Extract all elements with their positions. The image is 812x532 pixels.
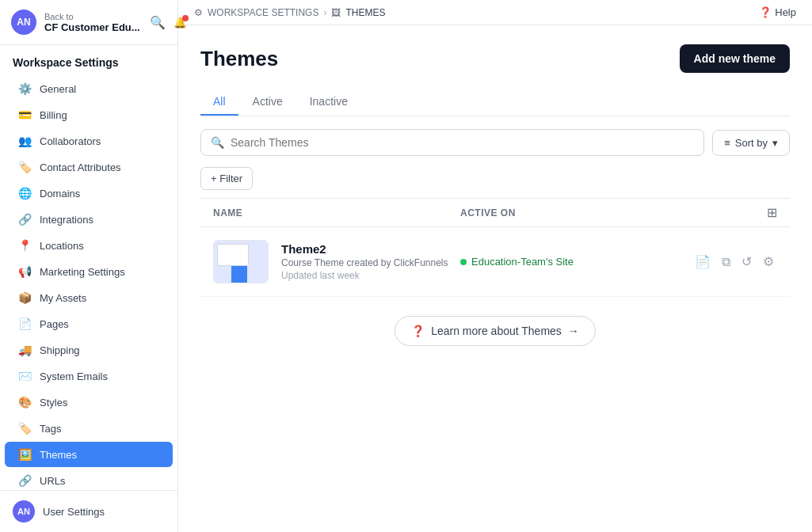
main: ⚙ WORKSPACE SETTINGS › 🖼 THEMES ❓ Help T… — [178, 0, 812, 532]
breadcrumb-themes: THEMES — [345, 7, 385, 18]
sidebar-item-label: Locations — [40, 240, 84, 252]
help-button[interactable]: ❓ Help — [759, 6, 796, 18]
sidebar-item-shipping[interactable]: 🚚 Shipping — [5, 337, 173, 363]
sidebar-item-pages[interactable]: 📄 Pages — [5, 311, 173, 336]
page-header: Themes Add new theme — [200, 44, 790, 73]
sort-icon: ≡ — [724, 137, 730, 149]
thumb-screen — [217, 244, 249, 266]
sidebar: AN Back to CF Customer Edu... 🔍 🔔 Worksp… — [0, 0, 178, 532]
filter-button[interactable]: + Filter — [200, 167, 253, 190]
sidebar-nav: ⚙️ General 💳 Billing 👥 Collaborators 🏷️ … — [0, 75, 177, 490]
tab-all[interactable]: All — [200, 89, 238, 116]
page-title: Themes — [200, 47, 278, 71]
sidebar-item-contact-attributes[interactable]: 🏷️ Contact Attributes — [5, 154, 173, 180]
sort-button[interactable]: ≡ Sort by ▾ — [712, 130, 790, 156]
sidebar-item-label: My Assets — [40, 292, 86, 304]
notification-dot — [182, 15, 189, 21]
tabs: All Active Inactive — [200, 89, 790, 116]
col-active-header: Active on — [460, 207, 682, 218]
search-input[interactable] — [231, 136, 694, 149]
sidebar-item-system-emails[interactable]: ✉️ System Emails — [5, 363, 173, 389]
back-label: Back to — [44, 12, 140, 21]
sidebar-item-my-assets[interactable]: 📦 My Assets — [5, 285, 173, 310]
sidebar-item-marketing-settings[interactable]: 📢 Marketing Settings — [5, 259, 173, 284]
search-button[interactable]: 🔍 — [148, 13, 167, 32]
assets-icon: 📦 — [17, 291, 32, 304]
sidebar-item-integrations[interactable]: 🔗 Integrations — [5, 207, 173, 232]
sidebar-item-tags[interactable]: 🏷️ Tags — [5, 416, 173, 441]
sidebar-item-label: Tags — [40, 423, 61, 435]
sidebar-item-label: System Emails — [40, 370, 108, 382]
sort-label: Sort by — [735, 137, 768, 149]
theme-thumbnail — [213, 240, 269, 283]
sidebar-item-label: URLs — [40, 475, 66, 487]
locations-icon: 📍 — [17, 239, 32, 252]
learn-more-button[interactable]: ❓ Learn more about Themes → — [395, 316, 596, 346]
breadcrumb-separator: › — [323, 7, 326, 18]
pages-icon: 📄 — [17, 317, 32, 330]
add-new-theme-button[interactable]: Add new theme — [680, 44, 790, 73]
toolbar: 🔍 ≡ Sort by ▾ — [200, 129, 790, 156]
breadcrumb-themes-icon: 🖼 — [331, 7, 341, 18]
sidebar-item-label: Collaborators — [40, 135, 101, 147]
theme-settings-button[interactable]: ⚙ — [760, 251, 777, 272]
help-icon: ❓ — [411, 325, 425, 337]
chevron-down-icon: ▾ — [772, 137, 778, 149]
table-header: Name Active on ⊞ — [200, 198, 790, 227]
active-badge: Education-Team's Site — [460, 256, 682, 268]
back-info: Back to CF Customer Edu... — [44, 12, 140, 33]
theme-preview-button[interactable]: 📄 — [692, 251, 714, 272]
user-settings-item[interactable]: AN User Settings — [13, 500, 165, 522]
sidebar-item-label: Billing — [40, 109, 67, 121]
active-dot — [460, 259, 467, 265]
billing-icon: 💳 — [17, 108, 32, 121]
sidebar-item-general[interactable]: ⚙️ General — [5, 76, 173, 101]
table-row: Theme2 Course Theme created by ClickFunn… — [200, 227, 790, 297]
sidebar-item-label: Pages — [40, 318, 69, 330]
theme-duplicate-button[interactable]: ⧉ — [719, 252, 734, 272]
sidebar-item-domains[interactable]: 🌐 Domains — [5, 180, 173, 206]
tab-active[interactable]: Active — [240, 89, 295, 116]
domains-icon: 🌐 — [17, 187, 32, 200]
breadcrumb: ⚙ WORKSPACE SETTINGS › 🖼 THEMES — [194, 7, 385, 18]
theme-updated: Updated last week — [281, 270, 460, 281]
workspace-settings-title: Workspace Settings — [0, 45, 177, 75]
sidebar-header: AN Back to CF Customer Edu... 🔍 🔔 — [0, 0, 177, 45]
sidebar-item-styles[interactable]: 🎨 Styles — [5, 390, 173, 415]
collaborators-icon: 👥 — [17, 135, 32, 147]
content: Themes Add new theme All Active Inactive… — [178, 25, 812, 532]
sidebar-item-label: Integrations — [40, 214, 93, 226]
sidebar-item-locations[interactable]: 📍 Locations — [5, 233, 173, 258]
sidebar-bottom: AN User Settings — [0, 490, 177, 532]
sidebar-item-label: Styles — [40, 397, 67, 408]
col-name-header: Name — [213, 207, 460, 218]
sidebar-item-label: General — [40, 83, 76, 95]
sidebar-item-label: Marketing Settings — [40, 266, 125, 278]
sidebar-item-label: Themes — [40, 449, 77, 461]
sidebar-item-label: Domains — [40, 188, 80, 200]
theme-history-button[interactable]: ↺ — [738, 251, 755, 272]
breadcrumb-workspace-icon: ⚙ — [194, 7, 203, 18]
theme-name: Theme2 — [281, 242, 460, 256]
notification-button[interactable]: 🔔 — [173, 17, 187, 28]
breadcrumb-workspace: WORKSPACE SETTINGS — [208, 7, 318, 18]
grid-view-icon[interactable]: ⊞ — [767, 205, 777, 220]
search-box: 🔍 — [200, 129, 704, 156]
urls-icon: 🔗 — [17, 474, 32, 487]
learn-more-label: Learn more about Themes — [431, 325, 562, 337]
sidebar-item-themes[interactable]: 🖼️ Themes — [5, 442, 173, 467]
styles-icon: 🎨 — [17, 396, 32, 408]
theme-info: Theme2 Course Theme created by ClickFunn… — [281, 242, 460, 281]
tags-icon: 🏷️ — [17, 422, 32, 435]
topbar: ⚙ WORKSPACE SETTINGS › 🖼 THEMES ❓ Help — [178, 0, 812, 25]
tab-inactive[interactable]: Inactive — [297, 89, 360, 116]
sidebar-item-urls[interactable]: 🔗 URLs — [5, 468, 173, 490]
sidebar-item-billing[interactable]: 💳 Billing — [5, 102, 173, 127]
general-icon: ⚙️ — [17, 82, 32, 95]
sidebar-item-collaborators[interactable]: 👥 Collaborators — [5, 128, 173, 154]
arrow-right-icon: → — [568, 325, 579, 337]
contact-attributes-icon: 🏷️ — [17, 161, 32, 173]
user-settings-label: User Settings — [43, 506, 105, 518]
learn-more-section: ❓ Learn more about Themes → — [200, 297, 790, 365]
active-site: Education-Team's Site — [471, 256, 574, 268]
